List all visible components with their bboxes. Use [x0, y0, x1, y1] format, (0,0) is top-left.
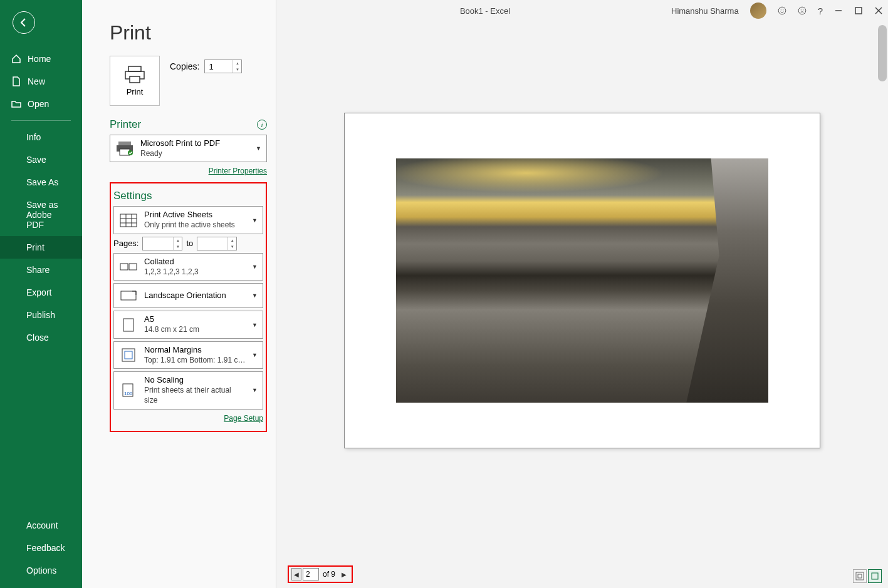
- svg-rect-22: [120, 264, 128, 270]
- svg-rect-13: [118, 142, 131, 145]
- sidebar-item-account[interactable]: Account: [0, 514, 82, 537]
- printer-device-icon: [115, 140, 134, 157]
- scaling-icon: 100: [119, 381, 138, 399]
- copies-spinner[interactable]: ▲▼: [204, 59, 242, 73]
- pages-label: Pages:: [113, 239, 138, 248]
- title-bar: Book1 - Excel Himanshu Sharma ?: [82, 0, 888, 21]
- user-name: Himanshu Sharma: [671, 6, 739, 16]
- sidebar-item-publish[interactable]: Publish: [0, 304, 82, 326]
- printer-heading: Printer: [110, 118, 141, 131]
- spinner-down-icon[interactable]: ▼: [233, 66, 241, 73]
- pages-to-input[interactable]: [197, 239, 222, 248]
- print-button[interactable]: Print: [110, 56, 160, 106]
- svg-rect-24: [121, 291, 136, 300]
- svg-point-4: [800, 9, 801, 10]
- page-total: of 9: [320, 570, 338, 579]
- back-button[interactable]: [13, 11, 35, 34]
- page-nav-highlight: ◀ of 9 ▶: [288, 565, 353, 583]
- svg-rect-12: [130, 76, 140, 83]
- print-preview: ◀ of 9 ▶: [276, 0, 888, 588]
- svg-point-2: [783, 9, 783, 10]
- svg-rect-10: [128, 66, 141, 71]
- printer-select[interactable]: Microsoft Print to PDF Ready ▼: [110, 135, 267, 162]
- page-number-input[interactable]: [303, 568, 319, 580]
- preview-page: [344, 113, 820, 448]
- sidebar-item-close[interactable]: Close: [0, 326, 82, 349]
- chevron-down-icon: ▼: [256, 145, 261, 152]
- sidebar-item-saveas[interactable]: Save As: [0, 171, 82, 193]
- what-to-print-select[interactable]: Print Active SheetsOnly print the active…: [113, 206, 263, 234]
- spinner-up-icon[interactable]: ▲: [233, 60, 241, 66]
- svg-rect-25: [123, 319, 133, 331]
- sidebar-item-new[interactable]: New: [0, 70, 82, 93]
- pages-to-spinner[interactable]: ▲▼: [197, 237, 237, 250]
- maximize-button[interactable]: [854, 6, 863, 15]
- sidebar-item-open[interactable]: Open: [0, 93, 82, 115]
- chevron-down-icon: ▼: [252, 352, 258, 358]
- margins-select[interactable]: Normal MarginsTop: 1.91 cm Bottom: 1.91 …: [113, 341, 263, 369]
- printer-icon: [124, 66, 145, 83]
- home-icon: [11, 54, 21, 64]
- margins-icon: [119, 346, 138, 364]
- sidebar-label-home: Home: [28, 54, 51, 64]
- minimize-button[interactable]: [834, 6, 843, 15]
- sidebar-item-export[interactable]: Export: [0, 281, 82, 304]
- copies-label: Copies:: [170, 61, 199, 71]
- sidebar-item-info[interactable]: Info: [0, 126, 82, 148]
- next-page-button[interactable]: ▶: [339, 568, 349, 580]
- print-settings-panel: Print Print Copies: ▲▼ Printer i: [82, 0, 276, 588]
- chevron-down-icon: ▼: [252, 387, 258, 393]
- page-icon: [119, 316, 138, 334]
- sheets-icon: [119, 212, 138, 229]
- help-icon[interactable]: ?: [818, 6, 823, 16]
- svg-rect-32: [872, 573, 878, 579]
- chevron-down-icon: ▼: [252, 217, 258, 224]
- sidebar-item-save-adobe[interactable]: Save as Adobe PDF: [0, 193, 82, 236]
- printer-properties-link[interactable]: Printer Properties: [209, 167, 267, 175]
- sidebar-item-feedback[interactable]: Feedback: [0, 537, 82, 559]
- new-icon: [11, 76, 21, 86]
- prev-page-button[interactable]: ◀: [291, 568, 301, 580]
- close-button[interactable]: [874, 6, 883, 15]
- show-margins-button[interactable]: [853, 569, 867, 583]
- preview-scrollbar[interactable]: [878, 25, 887, 81]
- open-icon: [11, 99, 21, 109]
- paper-size-select[interactable]: A514.8 cm x 21 cm ▼: [113, 311, 263, 338]
- collate-select[interactable]: Collated1,2,3 1,2,3 1,2,3 ▼: [113, 253, 263, 281]
- zoom-to-page-button[interactable]: [868, 569, 882, 583]
- settings-heading: Settings: [113, 190, 152, 202]
- info-icon[interactable]: i: [257, 120, 267, 130]
- sidebar-item-share[interactable]: Share: [0, 259, 82, 281]
- sidebar-item-save[interactable]: Save: [0, 148, 82, 171]
- page-setup-link[interactable]: Page Setup: [224, 414, 263, 423]
- svg-rect-26: [122, 349, 135, 361]
- preview-image: [396, 158, 768, 403]
- svg-rect-31: [858, 574, 862, 578]
- svg-rect-7: [855, 8, 862, 14]
- frown-icon[interactable]: [798, 6, 807, 15]
- pages-from-input[interactable]: [143, 239, 168, 248]
- svg-point-3: [798, 7, 806, 14]
- avatar[interactable]: [750, 3, 766, 19]
- svg-point-1: [780, 9, 781, 10]
- scaling-select[interactable]: 100 No ScalingPrint sheets at their actu…: [113, 371, 263, 409]
- sidebar-item-home[interactable]: Home: [0, 48, 82, 70]
- chevron-down-icon: ▼: [252, 292, 258, 299]
- window-title: Book1 - Excel: [460, 6, 510, 16]
- svg-text:100: 100: [124, 391, 133, 396]
- sidebar-item-print[interactable]: Print: [0, 236, 82, 259]
- pages-from-spinner[interactable]: ▲▼: [142, 237, 182, 250]
- smiley-icon[interactable]: [778, 6, 786, 15]
- sidebar-item-options[interactable]: Options: [0, 559, 82, 582]
- orientation-select[interactable]: Landscape Orientation ▼: [113, 283, 263, 308]
- svg-point-0: [778, 7, 786, 14]
- svg-point-5: [803, 9, 803, 10]
- sidebar-separator: [11, 120, 71, 121]
- chevron-down-icon: ▼: [252, 322, 258, 328]
- settings-highlight: Settings Print Active SheetsOnly print t…: [110, 182, 267, 431]
- page-title: Print: [110, 21, 267, 44]
- copies-input[interactable]: [205, 62, 230, 71]
- to-label: to: [186, 239, 193, 248]
- collate-icon: [119, 258, 138, 276]
- svg-rect-30: [856, 572, 864, 580]
